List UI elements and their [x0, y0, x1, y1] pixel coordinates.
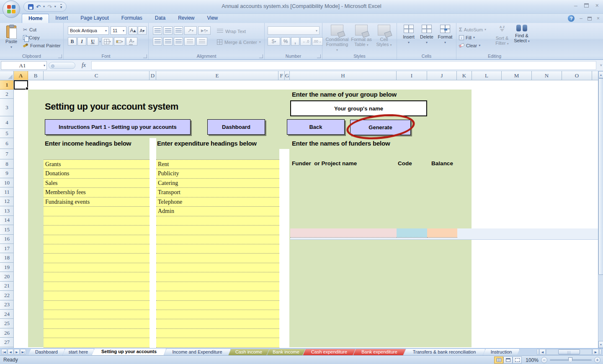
- column-header-k[interactable]: K: [457, 71, 472, 80]
- font-color-button[interactable]: A▾: [126, 37, 137, 46]
- paste-dropdown-icon[interactable]: ▾: [10, 45, 12, 49]
- close-icon[interactable]: ×: [595, 3, 599, 8]
- row-header-9[interactable]: 9: [0, 169, 14, 178]
- sheet-tab-bank-income[interactable]: Bank income: [267, 349, 305, 356]
- column-header-m[interactable]: M: [502, 71, 532, 80]
- borders-button[interactable]: ▾: [102, 37, 113, 46]
- formula-input[interactable]: [91, 61, 596, 70]
- row-header-22[interactable]: 22: [0, 291, 14, 300]
- decrease-indent-button[interactable]: [184, 37, 195, 46]
- income-cell[interactable]: [44, 216, 149, 226]
- format-as-table-button[interactable]: Format as Table ▾: [350, 25, 373, 48]
- underline-button[interactable]: U: [87, 37, 98, 46]
- help-icon[interactable]: ?: [568, 15, 575, 22]
- expenditure-cell[interactable]: [156, 216, 279, 226]
- sheet-tab-start-here[interactable]: start here: [62, 349, 94, 356]
- align-left-button[interactable]: [153, 37, 162, 46]
- shrink-font-button[interactable]: A▾: [138, 26, 147, 35]
- funder-balance-cell[interactable]: [427, 228, 457, 238]
- generate-button[interactable]: Generate: [350, 120, 411, 135]
- dashboard-button[interactable]: Dashboard: [207, 119, 265, 135]
- row-header-18[interactable]: 18: [0, 253, 14, 262]
- column-header-a[interactable]: A: [14, 71, 28, 80]
- doc-minimize-icon[interactable]: –: [580, 16, 582, 21]
- column-header-o[interactable]: O: [562, 71, 592, 80]
- scroll-right-icon[interactable]: ▶: [593, 349, 599, 355]
- income-cell[interactable]: [44, 235, 149, 244]
- row-header-27[interactable]: 27: [0, 338, 14, 347]
- column-header-i[interactable]: I: [397, 71, 427, 80]
- zoom-out-button[interactable]: −: [541, 357, 547, 363]
- conditional-formatting-button[interactable]: Conditional Formatting ▾: [325, 25, 349, 53]
- row-header-14[interactable]: 14: [0, 216, 14, 225]
- expand-formula-bar-icon[interactable]: ˅: [600, 63, 602, 67]
- format-cells-button[interactable]: Format▾: [436, 25, 454, 45]
- income-cell[interactable]: Fundraising events: [44, 197, 149, 207]
- bold-button[interactable]: B: [68, 37, 77, 46]
- vertical-scrollbar-thumb[interactable]: [598, 78, 603, 275]
- row-header-24[interactable]: 24: [0, 310, 14, 319]
- expenditure-cell[interactable]: [156, 319, 279, 328]
- column-header-g[interactable]: G: [285, 71, 290, 80]
- vertical-scrollbar[interactable]: ▲ ▼: [598, 71, 603, 348]
- sheet-tab-cash-income[interactable]: Cash income: [228, 349, 269, 356]
- paste-button[interactable]: Paste▾: [3, 25, 19, 53]
- tab-splitter[interactable]: [537, 349, 539, 355]
- row-header-4[interactable]: 4: [0, 116, 14, 129]
- comma-style-button[interactable]: ,: [291, 37, 299, 46]
- fill-button[interactable]: ↓Fill▾: [459, 33, 486, 41]
- sheet-tab-setting-up-your-accounts[interactable]: Setting up your accounts: [92, 349, 166, 356]
- expenditure-cell[interactable]: [156, 338, 279, 347]
- italic-button[interactable]: I: [77, 37, 86, 46]
- income-cell[interactable]: [44, 310, 149, 319]
- expenditure-cell[interactable]: [156, 235, 279, 244]
- row-header-13[interactable]: 13: [0, 206, 14, 215]
- expenditure-cell[interactable]: [156, 291, 279, 300]
- ribbon-tab-data[interactable]: Data: [149, 14, 172, 23]
- horizontal-scrollbar-track[interactable]: |||: [546, 349, 592, 355]
- row-header-26[interactable]: 26: [0, 328, 14, 338]
- ribbon-tab-view[interactable]: View: [201, 14, 224, 23]
- income-cell[interactable]: [44, 263, 149, 272]
- copy-button[interactable]: Copy: [22, 33, 62, 41]
- income-cell[interactable]: Sales: [44, 179, 149, 188]
- page-layout-view-button[interactable]: [503, 356, 513, 364]
- sheet-tab-transfers-bank-reconciliation[interactable]: Transfers & bank reconciliation: [403, 349, 485, 356]
- cell-styles-button[interactable]: Cell Styles ▾: [374, 25, 394, 48]
- row-header-8[interactable]: 8: [0, 159, 14, 169]
- expenditure-cell[interactable]: Telephone: [156, 197, 279, 207]
- expenditure-cell[interactable]: [156, 226, 279, 235]
- align-bottom-button[interactable]: [174, 26, 183, 35]
- font-size-select[interactable]: 11▾: [111, 26, 126, 35]
- income-cell[interactable]: [44, 207, 149, 216]
- align-center-button[interactable]: [163, 37, 173, 46]
- income-cell[interactable]: [44, 272, 149, 282]
- expenditure-cell[interactable]: [156, 254, 279, 263]
- zoom-in-button[interactable]: +: [594, 357, 600, 363]
- ribbon-tab-page-layout[interactable]: Page Layout: [74, 14, 115, 23]
- expenditure-cell[interactable]: Transport: [156, 188, 279, 197]
- income-cell[interactable]: [44, 226, 149, 235]
- income-cell[interactable]: [44, 282, 149, 291]
- sheet-tab-income-and-expenditure[interactable]: Income and Expenditure: [164, 349, 231, 356]
- column-header-f[interactable]: F: [278, 71, 285, 80]
- ribbon-tab-insert[interactable]: Insert: [49, 14, 74, 23]
- normal-view-button[interactable]: [494, 356, 503, 364]
- align-middle-button[interactable]: [163, 26, 173, 35]
- expenditure-cell[interactable]: [156, 301, 279, 310]
- funder-name-cell[interactable]: [290, 228, 397, 238]
- insert-cells-button[interactable]: Insert▾: [400, 25, 417, 45]
- align-top-button[interactable]: [153, 26, 162, 35]
- income-cell[interactable]: Membership fees: [44, 188, 149, 197]
- income-cell[interactable]: Donations: [44, 169, 149, 178]
- row-header-20[interactable]: 20: [0, 272, 14, 281]
- row-header-5[interactable]: 5: [0, 129, 14, 138]
- income-cell[interactable]: [44, 254, 149, 263]
- income-cell[interactable]: [44, 338, 149, 347]
- scroll-up-icon[interactable]: ▲: [598, 71, 603, 78]
- row-header-10[interactable]: 10: [0, 178, 14, 187]
- group-name-input[interactable]: Your group's name: [290, 100, 427, 116]
- first-sheet-icon[interactable]: |◀: [1, 349, 7, 355]
- next-sheet-icon[interactable]: ▶: [14, 349, 20, 355]
- zoom-level[interactable]: 100%: [524, 357, 539, 363]
